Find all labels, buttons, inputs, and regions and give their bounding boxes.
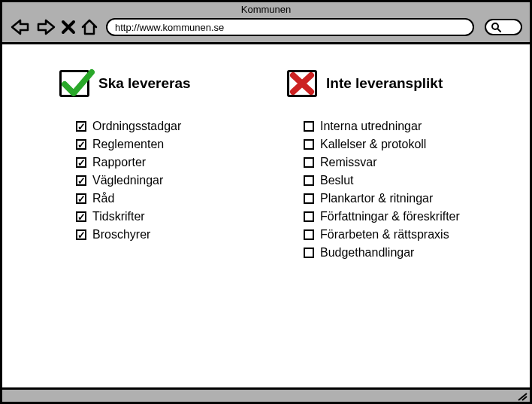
- not-deliver-header: Inte leveransplikt: [287, 70, 485, 97]
- list-item: Interna utredningar: [304, 120, 485, 133]
- list-item-label: Reglementen: [92, 138, 164, 151]
- list-item: Broschyrer: [76, 228, 257, 241]
- not-deliver-list: Interna utredningarKallelser & protokoll…: [287, 120, 485, 260]
- list-item-label: Författningar & föreskrifter: [320, 210, 460, 223]
- list-item-label: Råd: [92, 192, 114, 205]
- list-item-label: Ordningsstadgar: [92, 120, 181, 133]
- list-item-label: Tidskrifter: [92, 210, 145, 223]
- checkbox[interactable]: [76, 193, 86, 204]
- status-bar: [2, 390, 530, 402]
- list-item: Författningar & föreskrifter: [304, 210, 485, 223]
- checkmark-icon: [60, 68, 95, 99]
- checkbox[interactable]: [76, 157, 86, 168]
- forward-button[interactable]: [35, 18, 56, 36]
- list-item: Vägledningar: [76, 174, 257, 187]
- checkbox[interactable]: [304, 121, 314, 132]
- checkbox[interactable]: [304, 193, 314, 204]
- search-icon: [491, 22, 501, 32]
- checkbox[interactable]: [76, 211, 86, 222]
- list-item-label: Remissvar: [320, 156, 377, 169]
- list-item: Remissvar: [304, 156, 485, 169]
- home-button[interactable]: [80, 18, 98, 36]
- not-deliver-title: Inte leveransplikt: [326, 75, 443, 92]
- list-item: Kallelser & protokoll: [304, 138, 485, 151]
- checkbox[interactable]: [76, 121, 86, 132]
- resize-grip-icon[interactable]: [517, 392, 527, 401]
- list-item: Reglementen: [76, 138, 257, 151]
- list-item-label: Kallelser & protokoll: [320, 138, 426, 151]
- checkbox[interactable]: [76, 229, 86, 240]
- checkbox[interactable]: [304, 139, 314, 150]
- not-deliver-column: Inte leveransplikt Interna utredningarKa…: [287, 70, 485, 372]
- checkbox[interactable]: [304, 248, 314, 258]
- list-item-label: Beslut: [320, 174, 353, 187]
- search-box[interactable]: [485, 19, 522, 35]
- list-item-label: Vägledningar: [92, 174, 163, 187]
- list-item: Tidskrifter: [76, 210, 257, 223]
- check-icon-box: [59, 70, 89, 97]
- list-item-label: Budgethandlingar: [320, 246, 414, 260]
- checkbox[interactable]: [76, 175, 86, 186]
- list-item: Plankartor & ritningar: [304, 192, 485, 205]
- list-item-label: Rapporter: [92, 156, 146, 169]
- page-content: Ska levereras OrdningsstadgarReglementen…: [2, 44, 530, 390]
- list-item-label: Plankartor & ritningar: [320, 192, 433, 205]
- deliver-header: Ska levereras: [59, 70, 257, 97]
- list-item: Rapporter: [76, 156, 257, 169]
- list-item-label: Broschyrer: [92, 228, 150, 241]
- url-input[interactable]: [106, 18, 474, 36]
- list-item-label: Förarbeten & rättspraxis: [320, 228, 449, 241]
- deliver-title: Ska levereras: [98, 75, 191, 92]
- deliver-column: Ska levereras OrdningsstadgarReglementen…: [59, 70, 257, 372]
- list-item: Råd: [76, 192, 257, 205]
- checkbox[interactable]: [76, 139, 86, 150]
- svg-line-1: [497, 29, 500, 32]
- checkbox[interactable]: [304, 157, 314, 168]
- window-title: Kommunen: [2, 2, 530, 15]
- list-item: Förarbeten & rättspraxis: [304, 228, 485, 241]
- deliver-list: OrdningsstadgarReglementenRapporterVägle…: [59, 120, 257, 241]
- back-button[interactable]: [10, 18, 31, 36]
- list-item: Beslut: [304, 174, 485, 187]
- list-item: Ordningsstadgar: [76, 120, 257, 133]
- checkbox[interactable]: [304, 211, 314, 222]
- browser-toolbar: [2, 15, 530, 44]
- list-item-label: Interna utredningar: [320, 120, 422, 133]
- cross-icon-box: [287, 70, 317, 97]
- checkbox[interactable]: [304, 175, 314, 186]
- checkbox[interactable]: [304, 229, 314, 240]
- stop-button[interactable]: [61, 20, 76, 35]
- list-item: Budgethandlingar: [304, 246, 485, 260]
- browser-window: Kommunen Ska levereras: [0, 0, 532, 404]
- cross-icon: [289, 71, 315, 96]
